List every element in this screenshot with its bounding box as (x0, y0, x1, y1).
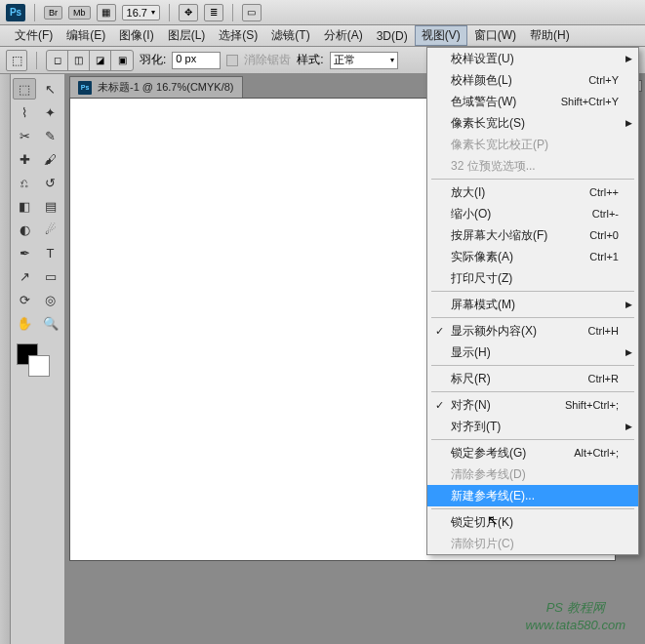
menu-item[interactable]: 锁定切片(K) (427, 511, 638, 533)
title-bar: Ps Br Mb ▦ 16.7 ✥ ≣ ▭ (0, 0, 645, 25)
menu-analysis[interactable]: 分析(A) (317, 25, 370, 46)
menu-file[interactable]: 文件(F) (8, 25, 60, 46)
menu-item-label: 新建参考线(E)... (451, 488, 535, 504)
selection-intersect[interactable]: ▣ (111, 51, 133, 70)
selection-mode-group: ◻ ◫ ◪ ▣ (46, 50, 134, 71)
separator (232, 4, 233, 21)
menu-filter[interactable]: 滤镜(T) (264, 25, 316, 46)
selection-add[interactable]: ◫ (68, 51, 90, 70)
selection-new[interactable]: ◻ (47, 51, 68, 70)
menu-item-label: 实际像素(A) (451, 249, 513, 265)
menu-item[interactable]: 像素长宽比(S)▶ (427, 112, 638, 134)
healing-brush-tool[interactable]: ✚ (13, 148, 36, 170)
menu-item-label: 对齐(N) (451, 397, 491, 414)
menu-item-label: 锁定切片(K) (451, 514, 513, 531)
move-tool[interactable]: ↖ (39, 78, 62, 100)
magic-wand-tool[interactable]: ✦ (39, 101, 62, 123)
menu-item: 清除切片(C) (427, 533, 638, 554)
screen-mode-button[interactable]: ▭ (242, 4, 262, 21)
menu-help[interactable]: 帮助(H) (523, 25, 577, 46)
menu-item-label: 屏幕模式(M) (451, 297, 515, 313)
menu-item[interactable]: 色域警告(W)Shift+Ctrl+Y (427, 91, 638, 112)
menu-item[interactable]: 屏幕模式(M)▶ (427, 294, 638, 315)
menu-window[interactable]: 窗口(W) (467, 25, 523, 46)
menu-item[interactable]: ✓显示额外内容(X)Ctrl+H (427, 320, 638, 342)
menu-separator (431, 179, 634, 180)
eyedropper-tool[interactable]: ✎ (39, 125, 62, 146)
menu-bar: 文件(F) 编辑(E) 图像(I) 图层(L) 选择(S) 滤镜(T) 分析(A… (0, 25, 645, 47)
selection-subtract[interactable]: ◪ (90, 51, 111, 70)
menu-item[interactable]: 实际像素(A)Ctrl+1 (427, 246, 638, 267)
menu-item[interactable]: 打印尺寸(Z) (427, 267, 638, 289)
style-label: 样式: (297, 52, 323, 68)
tool-preset[interactable]: ⬚ (6, 50, 27, 71)
marquee-tool[interactable]: ⬚ (13, 78, 36, 100)
lasso-tool[interactable]: ⌇ (13, 101, 36, 123)
submenu-arrow-icon: ▶ (625, 300, 632, 309)
menu-item-label: 按屏幕大小缩放(F) (451, 227, 547, 244)
menu-item-label: 校样颜色(L) (451, 72, 512, 89)
menu-separator (431, 391, 634, 392)
menu-item[interactable]: 标尺(R)Ctrl+R (427, 368, 638, 389)
feather-label: 羽化: (140, 52, 166, 68)
view-menu-dropdown: 校样设置(U)▶校样颜色(L)Ctrl+Y色域警告(W)Shift+Ctrl+Y… (426, 47, 639, 555)
menu-item[interactable]: 校样设置(U)▶ (427, 48, 638, 69)
menu-select[interactable]: 选择(S) (212, 25, 264, 46)
shape-tool[interactable]: ▭ (39, 265, 62, 287)
gradient-tool[interactable]: ▤ (39, 195, 62, 217)
menu-item[interactable]: 锁定参考线(G)Alt+Ctrl+; (427, 442, 638, 463)
menu-item[interactable]: 显示(H)▶ (427, 342, 638, 363)
menu-item[interactable]: 对齐到(T)▶ (427, 416, 638, 437)
crop-tool[interactable]: ✂ (13, 125, 36, 146)
menu-item-label: 显示额外内容(X) (451, 323, 537, 340)
menu-item[interactable]: 校样颜色(L)Ctrl+Y (427, 69, 638, 91)
zoom-tool[interactable]: 🔍 (39, 312, 62, 334)
shortcut-label: Alt+Ctrl+; (574, 447, 619, 459)
menu-item[interactable]: 按屏幕大小缩放(F)Ctrl+0 (427, 224, 638, 246)
type-tool[interactable]: T (39, 242, 62, 263)
minibridge-button[interactable]: Mb (68, 6, 91, 20)
path-selection-tool[interactable]: ↗ (13, 265, 36, 287)
separator (34, 4, 35, 21)
panel-strip[interactable] (0, 74, 11, 644)
shortcut-label: Shift+Ctrl+Y (561, 96, 619, 107)
blur-tool[interactable]: ◐ (13, 219, 36, 240)
menu-edit[interactable]: 编辑(E) (60, 25, 112, 46)
feather-input[interactable]: 0 px (172, 52, 221, 69)
style-select[interactable]: 正常 (330, 52, 398, 69)
hand-tool[interactable]: ✋ (13, 312, 36, 334)
shortcut-label: Ctrl+- (592, 208, 619, 220)
arrange-button[interactable]: ≣ (204, 4, 223, 21)
zoom-select[interactable]: 16.7 (122, 5, 160, 20)
hand-tool-button[interactable]: ✥ (179, 4, 198, 21)
shortcut-label: Ctrl+Y (588, 74, 619, 86)
menu-item-label: 校样设置(U) (451, 51, 514, 67)
menu-item[interactable]: 新建参考线(E)... (427, 485, 638, 506)
menu-image[interactable]: 图像(I) (112, 25, 160, 46)
menu-layer[interactable]: 图层(L) (161, 25, 213, 46)
menu-item-label: 缩小(O) (451, 206, 491, 222)
color-swatches[interactable] (13, 342, 62, 381)
antialias-label: 消除锯齿 (244, 52, 291, 68)
eraser-tool[interactable]: ◧ (13, 195, 36, 217)
document-title: 未标题-1 @ 16.7%(CMYK/8) (98, 80, 234, 95)
pen-tool[interactable]: ✒ (13, 242, 36, 263)
document-tab[interactable]: Ps 未标题-1 @ 16.7%(CMYK/8) (69, 76, 243, 98)
menu-item[interactable]: 缩小(O)Ctrl+- (427, 203, 638, 224)
stamp-tool[interactable]: ⎌ (13, 172, 36, 193)
3d-camera-tool[interactable]: ◎ (39, 289, 62, 310)
background-color[interactable] (28, 355, 50, 377)
menu-view[interactable]: 视图(V) (415, 25, 467, 46)
bridge-button[interactable]: Br (44, 6, 62, 20)
brush-tool[interactable]: 🖌 (39, 148, 62, 170)
history-brush-tool[interactable]: ↺ (39, 172, 62, 193)
dodge-tool[interactable]: ☄ (39, 219, 62, 240)
view-extras-button[interactable]: ▦ (97, 4, 116, 21)
menu-item-label: 对齐到(T) (451, 419, 501, 435)
menu-item[interactable]: 放大(I)Ctrl++ (427, 181, 638, 203)
menu-3d[interactable]: 3D(D) (370, 27, 415, 45)
menu-item-label: 锁定参考线(G) (451, 445, 526, 462)
menu-separator (431, 439, 634, 440)
3d-tool[interactable]: ⟳ (13, 289, 36, 310)
menu-item[interactable]: ✓对齐(N)Shift+Ctrl+; (427, 394, 638, 416)
